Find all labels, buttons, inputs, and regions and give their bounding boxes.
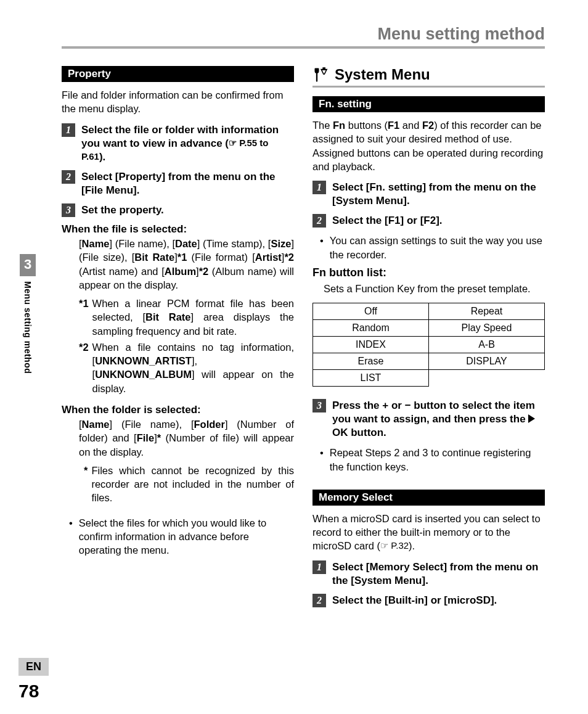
fn-step-2-note: • You can assign settings to suit the wa… xyxy=(320,234,545,261)
step-number-icon: 3 xyxy=(62,203,75,217)
property-heading: Property xyxy=(62,66,294,82)
step-number-icon: 1 xyxy=(312,560,326,574)
footnote-2: *2 When a file contains no tag informati… xyxy=(79,340,294,395)
step-2-text: Select [Property] from the menu on the [… xyxy=(81,170,294,197)
table-cell: Play Speed xyxy=(429,320,545,337)
language-badge: EN xyxy=(18,658,49,676)
property-intro: File and folder information can be confi… xyxy=(62,88,294,116)
reference-icon: ☞ P.32 xyxy=(380,540,409,551)
step-number-icon: 2 xyxy=(312,214,326,228)
folder-selected-heading: When the folder is selected: xyxy=(62,404,294,416)
fn-step-3-note: • Repeat Steps 2 and 3 to continue regis… xyxy=(320,446,545,474)
file-selected-body: [Name] (File name), [Date] (Time stamp),… xyxy=(79,237,294,292)
fn-intro: The Fn buttons (F1 and F2) of this recor… xyxy=(312,118,545,173)
fn-button-list-heading: Fn button list: xyxy=(312,266,545,279)
step-3-text: Set the property. xyxy=(81,203,164,217)
play-icon xyxy=(528,414,535,423)
side-tab: 3 Menu setting method xyxy=(20,254,36,374)
fn-button-table: OffRepeat RandomPlay Speed INDEXA-B Eras… xyxy=(312,303,545,387)
mem-step-2: 2 Select the [Built-in] or [microSD]. xyxy=(312,594,545,607)
step-2: 2 Select [Property] from the menu on the… xyxy=(62,170,294,197)
step-number-icon: 2 xyxy=(312,594,326,607)
fn-step-1: 1 Select [Fn. setting] from the menu on … xyxy=(312,181,545,208)
step-3: 3 Set the property. xyxy=(62,203,294,217)
table-cell: Repeat xyxy=(429,303,545,320)
folder-selected-body: [Name] (File name), [Folder] (Number of … xyxy=(79,417,294,459)
system-menu-heading: System Menu xyxy=(312,66,545,88)
table-cell: LIST xyxy=(313,370,429,387)
memory-select-heading: Memory Select xyxy=(312,490,545,506)
fn-step-3: 3 Press the + or − button to select the … xyxy=(312,399,545,440)
left-column: Property File and folder information can… xyxy=(62,66,294,613)
step-1-text: Select the file or folder with informati… xyxy=(81,123,294,164)
page-header: Menu setting method xyxy=(62,25,545,49)
fn-step-2: 2 Select the [F1] or [F2]. xyxy=(312,214,545,228)
page-number: 78 xyxy=(18,681,39,702)
chapter-label: Menu setting method xyxy=(23,281,33,374)
step-number-icon: 3 xyxy=(312,399,326,412)
footnote-star: * Files which cannot be recognized by th… xyxy=(84,464,294,505)
step-1: 1 Select the file or folder with informa… xyxy=(62,123,294,164)
memory-select-intro: When a microSD card is inserted you can … xyxy=(312,512,545,553)
footnote-1: *1 When a linear PCM format file has bee… xyxy=(79,297,294,338)
table-cell: INDEX xyxy=(313,337,429,353)
table-cell: A-B xyxy=(429,337,545,353)
bottom-note: • Select the files for which you would l… xyxy=(69,516,294,557)
right-column: System Menu Fn. setting The Fn buttons (… xyxy=(312,66,545,613)
table-cell: Random xyxy=(313,320,429,337)
table-cell: Erase xyxy=(313,353,429,370)
table-cell-empty xyxy=(429,370,545,387)
fn-setting-heading: Fn. setting xyxy=(312,96,545,112)
step-number-icon: 1 xyxy=(312,181,326,194)
fn-button-list-desc: Sets a Function Key from the preset temp… xyxy=(324,282,545,295)
tools-icon xyxy=(312,66,330,83)
table-cell: DISPLAY xyxy=(429,353,545,370)
chapter-number: 3 xyxy=(20,254,36,276)
step-number-icon: 2 xyxy=(62,170,75,184)
file-selected-heading: When the file is selected: xyxy=(62,223,294,236)
table-cell: Off xyxy=(313,303,429,320)
step-number-icon: 1 xyxy=(62,123,75,137)
mem-step-1: 1 Select [Memory Select] from the menu o… xyxy=(312,560,545,588)
